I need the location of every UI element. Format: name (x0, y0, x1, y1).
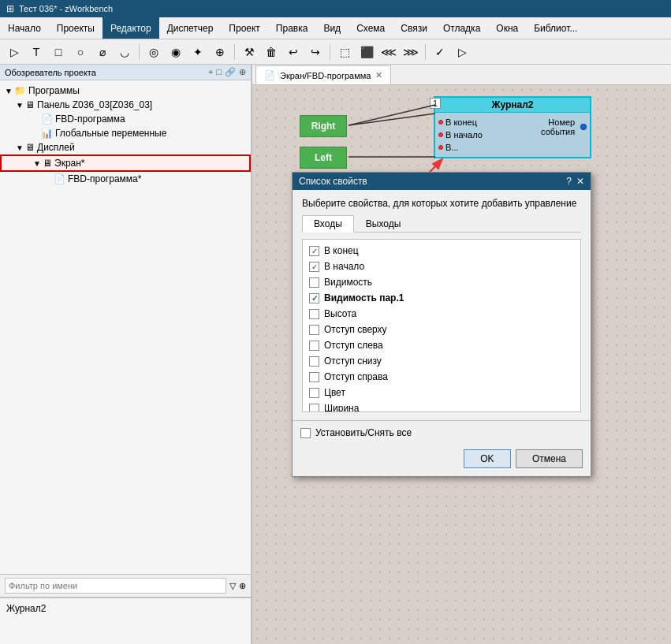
list-item-visibility-par[interactable]: ✓ Видимость пар.1 (303, 290, 580, 306)
list-item-v-nachalo[interactable]: ✓ В начало (303, 259, 580, 274)
menu-projects[interactable]: Проекты (49, 17, 103, 39)
tree-item-screen[interactable]: ▼ 🖥 Экран* (0, 154, 251, 172)
panel-icon-filter[interactable]: ⊕ (239, 67, 246, 77)
panel-icon-add[interactable]: + (208, 67, 213, 77)
menu-windows[interactable]: Окна (488, 17, 526, 39)
filter-icon[interactable]: ▽ (229, 581, 236, 591)
cancel-button[interactable]: Отмена (516, 449, 583, 468)
toggle-display[interactable]: ▼ (14, 143, 25, 152)
tool-poly[interactable]: ⌀ (92, 43, 113, 61)
tool-prev[interactable]: ⋘ (378, 43, 399, 61)
tool-center[interactable]: ◎ (144, 43, 164, 61)
dialog-close-btn[interactable]: ✕ (576, 176, 584, 187)
tool-wrench[interactable]: ⚒ (239, 43, 259, 61)
dialog-list: ✓ В конец ✓ В начало Видимость (302, 239, 581, 412)
tab-close-btn[interactable]: ✕ (375, 70, 382, 80)
dialog-tab-inputs[interactable]: Входы (302, 215, 354, 233)
check-all-container[interactable]: Установить/Снять все (300, 427, 583, 438)
tool-ellipse[interactable]: ○ (70, 43, 91, 61)
tree-item-programs[interactable]: ▼ 📁 Программы (0, 84, 251, 98)
checkbox-margin-top[interactable] (309, 325, 319, 335)
tree-item-fbd2[interactable]: 📄 FBD-программа* (0, 172, 251, 186)
panel-icon-expand[interactable]: □ (216, 67, 222, 77)
title-bar: ⊞ Тест 036* - zWorkbench (0, 0, 671, 17)
menu-view[interactable]: Вид (315, 17, 349, 39)
project-tree: ▼ 📁 Программы ▼ 🖥 Панель Z036_03[Z036_03… (0, 80, 251, 574)
tree-item-globals[interactable]: 📊 Глобальные переменные (0, 126, 251, 140)
tool-rect[interactable]: □ (48, 43, 69, 61)
menu-dispatcher[interactable]: Диспетчер (159, 17, 222, 39)
filter-input[interactable] (5, 578, 226, 594)
menu-schema[interactable]: Схема (349, 17, 393, 39)
tool-redo[interactable]: ↪ (305, 43, 326, 61)
toggle-programs[interactable]: ▼ (3, 87, 14, 95)
dialog-tab-outputs[interactable]: Выходы (354, 215, 413, 232)
tool-star[interactable]: ✦ (188, 43, 208, 61)
checkbox-margin-left[interactable] (309, 341, 319, 351)
menu-library[interactable]: Библиот... (526, 17, 585, 39)
dialog-help-btn[interactable]: ? (566, 176, 572, 187)
toolbar: ▷ T □ ○ ⌀ ◡ ◎ ◉ ✦ ⊕ ⚒ 🗑 ↩ ↪ ⬚ ⬛ ⋘ ⋙ ✓ ▷ (0, 39, 671, 65)
checkbox-visibility-par[interactable]: ✓ (309, 293, 319, 303)
bottom-list-item-journal[interactable]: Журнал2 (6, 601, 244, 616)
fbd-block-right[interactable]: Right (300, 115, 347, 137)
ok-button[interactable]: OK (464, 449, 511, 468)
checkbox-width[interactable] (309, 404, 319, 413)
list-item-v-konets[interactable]: ✓ В конец (303, 243, 580, 259)
tool-block[interactable]: ⬛ (356, 43, 377, 61)
menu-edit[interactable]: Правка (268, 17, 316, 39)
list-item-margin-left[interactable]: Отступ слева (303, 337, 580, 353)
list-item-height[interactable]: Высота (303, 306, 580, 322)
tool-run[interactable]: ▷ (452, 43, 472, 61)
canvas[interactable]: Right Left Журнал2 В конец (252, 85, 671, 644)
tree-item-panel[interactable]: ▼ 🖥 Панель Z036_03[Z036_03] (0, 98, 251, 112)
editor-tab-main[interactable]: 📄 Экран/FBD-программа ✕ (255, 65, 391, 84)
tab-doc-icon: 📄 (264, 70, 275, 80)
list-item-margin-top[interactable]: Отступ сверху (303, 322, 580, 337)
tool-check[interactable]: ✓ (430, 43, 450, 61)
checkbox-height[interactable] (309, 309, 319, 319)
panel-icon-link[interactable]: 🔗 (225, 67, 236, 77)
tree-item-display[interactable]: ▼ 🖥 Дисплей (0, 140, 251, 154)
checkbox-v-konets[interactable]: ✓ (309, 246, 319, 256)
menu-editor[interactable]: Редактор (103, 17, 159, 39)
list-item-visibility[interactable]: Видимость (303, 274, 580, 290)
globals-label: Глобальные переменные (55, 128, 166, 139)
menu-links[interactable]: Связи (393, 17, 435, 39)
list-item-margin-right[interactable]: Отступ справа (303, 369, 580, 385)
tool-undo[interactable]: ↩ (283, 43, 304, 61)
journal-block[interactable]: Журнал2 В конец В начало (434, 96, 591, 158)
main-layout: Обозреватель проекта + □ 🔗 ⊕ ▼ 📁 Програм… (0, 65, 671, 644)
toggle-panel[interactable]: ▼ (14, 101, 25, 110)
menu-project[interactable]: Проект (221, 17, 268, 39)
checkbox-color[interactable] (309, 388, 319, 398)
toolbar-sep-2 (234, 44, 235, 60)
journal-pin-1: В конец (438, 116, 511, 128)
tool-ring[interactable]: ◉ (166, 43, 186, 61)
checkbox-visibility[interactable] (309, 277, 319, 288)
tool-frame[interactable]: ⬚ (334, 43, 355, 61)
fbd-block-left[interactable]: Left (300, 147, 347, 169)
dialog-title-icons: ? ✕ (566, 176, 584, 187)
toggle-screen[interactable]: ▼ (32, 159, 43, 168)
tool-text[interactable]: T (26, 43, 47, 61)
checkbox-margin-right[interactable] (309, 372, 319, 382)
list-item-width[interactable]: Ширина (303, 400, 580, 412)
checkbox-margin-bottom[interactable] (309, 356, 319, 367)
tool-add[interactable]: ⊕ (210, 43, 230, 61)
tool-delete[interactable]: 🗑 (261, 43, 281, 61)
screen-icon: 🖥 (43, 158, 52, 169)
list-item-margin-bottom[interactable]: Отступ снизу (303, 353, 580, 369)
menu-start[interactable]: Начало (0, 17, 49, 39)
project-explorer-header: Обозреватель проекта + □ 🔗 ⊕ (0, 65, 251, 80)
menu-debug[interactable]: Отладка (435, 17, 488, 39)
list-item-color[interactable]: Цвет (303, 385, 580, 400)
tool-select[interactable]: ▷ (4, 43, 24, 61)
filter-add-icon[interactable]: ⊕ (239, 581, 246, 591)
checkbox-all[interactable] (300, 428, 311, 438)
tree-item-fbd[interactable]: 📄 FBD-программа (0, 112, 251, 126)
label-margin-right: Отступ справа (324, 371, 388, 382)
tool-next[interactable]: ⋙ (401, 43, 421, 61)
tool-arc[interactable]: ◡ (114, 43, 135, 61)
checkbox-v-nachalo[interactable]: ✓ (309, 262, 319, 272)
